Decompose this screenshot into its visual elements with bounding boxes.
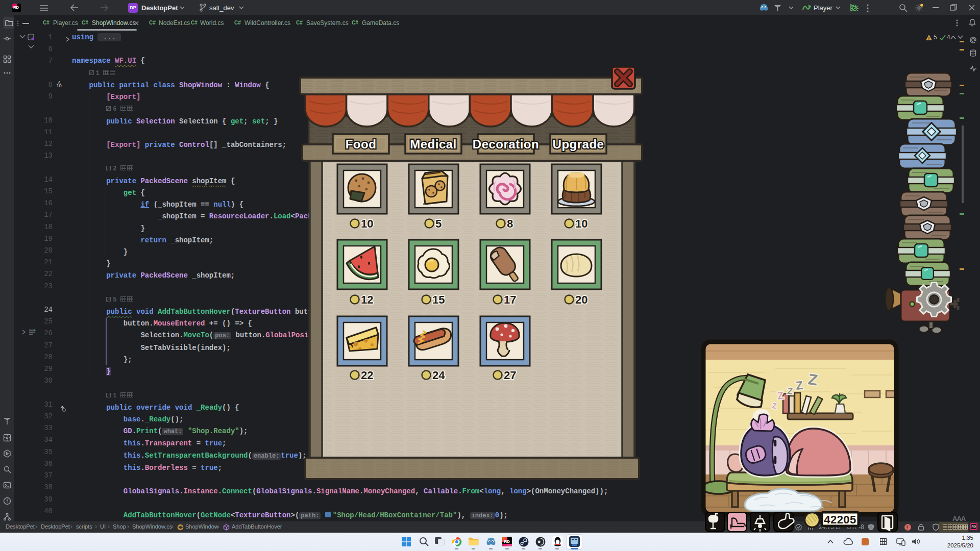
svg-text:42205: 42205 [824,513,856,526]
svg-text:27: 27 [504,369,516,382]
svg-text:Z: Z [772,401,777,410]
svg-text:10: 10 [575,217,587,230]
svg-text:Z: Z [795,379,804,392]
svg-text:Medical: Medical [410,137,457,151]
svg-text:Decoration: Decoration [473,137,539,151]
svg-text:Food: Food [346,137,377,151]
svg-text:Upgrade: Upgrade [553,137,604,151]
svg-text:20: 20 [575,293,587,306]
svg-text:15: 15 [432,293,445,306]
svg-text:22: 22 [361,369,373,382]
svg-text:5: 5 [435,217,442,230]
svg-text:8: 8 [507,217,513,230]
svg-text:17: 17 [504,293,516,306]
svg-text:12: 12 [361,293,373,306]
svg-text:24: 24 [432,369,445,382]
svg-text:10: 10 [361,217,373,230]
svg-text:Z: Z [787,386,793,396]
